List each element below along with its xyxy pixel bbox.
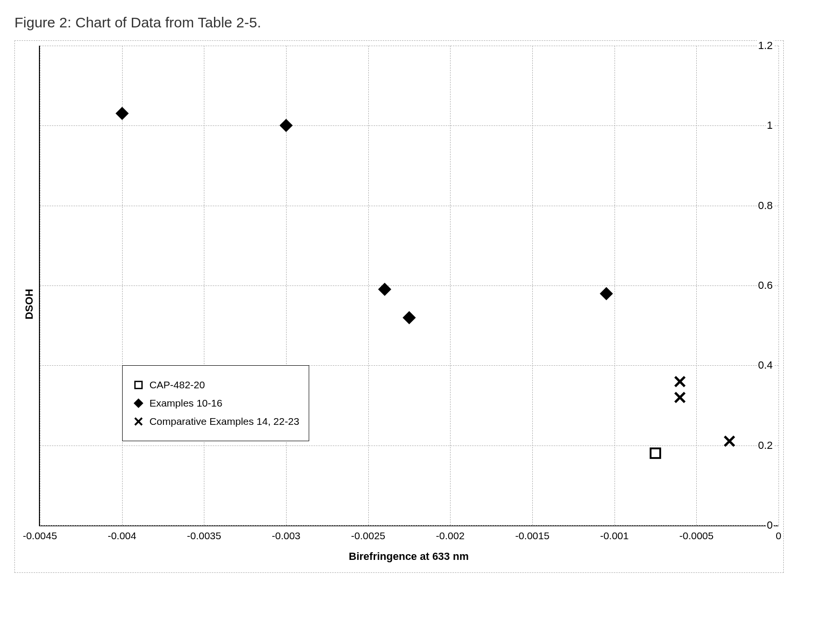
grid-h (40, 125, 778, 126)
filled-diamond-icon (132, 397, 145, 409)
legend-row: Examples 10-16 (132, 397, 300, 409)
grid-h (40, 206, 778, 206)
data-marker (722, 434, 737, 448)
y-tick-label: 1.2 (757, 39, 774, 52)
y-axis-label: DSOH (23, 289, 36, 320)
y-tick-label: 0.4 (757, 359, 774, 372)
figure-title: Figure 2: Chart of Data from Table 2-5. (14, 14, 802, 31)
data-marker (673, 374, 687, 389)
legend-label: Examples 10-16 (150, 397, 223, 409)
grid-v (40, 46, 40, 525)
y-tick-label: 0.6 (757, 279, 774, 292)
data-marker (599, 286, 614, 301)
x-tick-label: -0.003 (272, 530, 301, 542)
x-tick-label: -0.001 (600, 530, 629, 542)
legend: CAP-482-20Examples 10-16Comparative Exam… (122, 365, 310, 441)
x-tick-label: 0 (776, 530, 781, 542)
legend-row: Comparative Examples 14, 22-23 (132, 415, 300, 428)
grid-v (450, 46, 451, 525)
svg-rect-0 (651, 448, 660, 458)
legend-label: CAP-482-20 (150, 379, 205, 391)
grid-v (696, 46, 697, 525)
grid-h (40, 285, 778, 286)
grid-h (40, 446, 778, 446)
grid-v (615, 46, 615, 525)
svg-marker-2 (279, 119, 293, 133)
x-tick-label: -0.004 (108, 530, 137, 542)
x-tick-label: -0.0045 (23, 530, 57, 542)
data-marker (673, 390, 687, 405)
grid-v (368, 46, 369, 525)
svg-marker-1 (115, 107, 129, 121)
scatter-plot-area: 00.20.40.60.811.2-0.0045-0.004-0.0035-0.… (39, 46, 778, 526)
x-tick-label: -0.0015 (515, 530, 549, 542)
legend-row: CAP-482-20 (132, 379, 300, 391)
grid-h (40, 46, 778, 46)
data-marker (648, 446, 663, 460)
chart-frame: DSOH 00.20.40.60.811.2-0.0045-0.004-0.00… (14, 40, 784, 573)
y-tick-label: 0.8 (757, 199, 774, 212)
y-tick-label: 0 (766, 519, 774, 532)
y-tick-label: 1 (766, 119, 774, 132)
data-marker (115, 106, 129, 121)
svg-marker-13 (134, 398, 143, 408)
x-tick-label: -0.0035 (187, 530, 221, 542)
y-tick-label: 0.2 (757, 439, 774, 452)
x-tick-label: -0.002 (436, 530, 465, 542)
grid-v (778, 46, 779, 525)
svg-marker-4 (402, 311, 416, 324)
svg-marker-3 (378, 283, 391, 297)
legend-label: Comparative Examples 14, 22-23 (150, 416, 300, 427)
svg-rect-12 (135, 382, 142, 389)
data-marker (279, 118, 293, 133)
svg-marker-5 (600, 287, 613, 300)
x-tick-label: -0.0005 (679, 530, 714, 542)
x-tick-label: -0.0025 (351, 530, 385, 542)
data-marker (377, 282, 392, 297)
x-axis-label: Birefringence at 633 nm (39, 550, 778, 563)
data-marker (402, 310, 416, 325)
grid-h (40, 525, 778, 526)
grid-v (286, 46, 287, 525)
grid-v (204, 46, 204, 525)
open-square-icon (132, 379, 145, 391)
grid-v (532, 46, 533, 525)
x-icon (132, 415, 145, 428)
